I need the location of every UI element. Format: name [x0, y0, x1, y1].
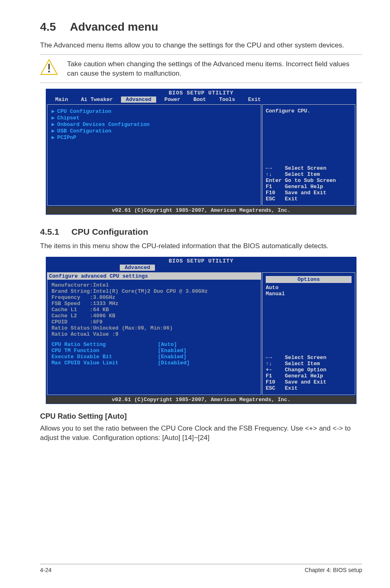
submenu-arrow-icon: ▶: [52, 115, 55, 121]
bios-screenshot-cpu-config: BIOS SETUP UTILITY Advanced Configure ad…: [46, 257, 356, 404]
bios-options-header: Options: [266, 276, 352, 283]
bios-help-line: F10 Save and Exit: [266, 379, 352, 385]
bios-menu-item[interactable]: ▶PCIPnP: [52, 134, 257, 141]
bios-setting-value: [Enabled]: [158, 348, 186, 354]
bios-help-pane: Configure CPU. ←→ Select Screen ↑↓ Selec…: [262, 104, 355, 206]
bios-tab-active[interactable]: Advanced: [120, 265, 155, 271]
svg-rect-1: [48, 64, 50, 70]
subsection-title-text: CPU Configuration: [72, 227, 148, 236]
divider: [40, 83, 362, 83]
bios-help-line: ←→ Select Screen: [266, 165, 352, 171]
bios-setting-key: CPU TM Function: [52, 348, 158, 354]
bios-help-line: ↑↓ Select Item: [266, 361, 352, 367]
section-title-text: Advanced menu: [70, 20, 158, 33]
submenu-arrow-icon: ▶: [52, 128, 55, 134]
bios-help-line: F1 General Help: [266, 184, 352, 190]
bios-setting-value: [Disabled]: [158, 360, 190, 366]
bios-info-line: CPUID :6F9: [52, 319, 257, 325]
bios-help-line: ESC Exit: [266, 196, 352, 202]
option-heading: CPU Ratio Setting [Auto]: [40, 412, 362, 421]
bios-menu-label: USB Configuration: [57, 128, 112, 134]
bios-menu-item[interactable]: ▶USB Configuration: [52, 128, 257, 134]
bios-copyright: v02.61 (C)Copyright 1985-2007, American …: [46, 206, 356, 214]
bios-menu-label: Chipset: [57, 115, 80, 121]
bios-help-line: +- Change Option: [266, 367, 352, 373]
bios-info-line: Ratio Actual Value :9: [52, 331, 257, 337]
caution-note: Take caution when changing the settings …: [40, 58, 362, 79]
bios-tab-active[interactable]: Advanced: [121, 97, 156, 103]
bios-title: BIOS SETUP UTILITY: [46, 89, 356, 97]
bios-panel-title: Configure advanced CPU settings: [47, 273, 261, 280]
caution-icon: [40, 59, 58, 75]
page-number: 4-24: [40, 567, 52, 573]
bios-info-line: Ratio Status:Unlocked (Max:09, Min:06): [52, 325, 257, 331]
bios-menu-pane: ▶CPU Configuration ▶Chipset ▶Onboard Dev…: [47, 104, 261, 206]
section-heading: 4.5Advanced menu: [40, 20, 362, 34]
bios-info-line: Cache L1 :64 KB: [52, 307, 257, 313]
bios-key-legend: ←→ Select Screen ↑↓ Select Item +- Chang…: [266, 355, 352, 391]
bios-setting-value: [Auto]: [158, 341, 177, 348]
bios-menu-label: PCIPnP: [57, 135, 76, 141]
caution-text: Take caution when changing the settings …: [67, 59, 362, 79]
bios-setting-key: CPU Ratio Setting: [52, 341, 158, 348]
option-description: Allows you to set the ratio between the …: [40, 424, 362, 443]
bios-info-line: Frequency :3.00GHz: [52, 294, 257, 301]
bios-tab-bar: Main Ai Tweaker Advanced Power Boot Tool…: [46, 97, 356, 103]
bios-setting-row[interactable]: CPU TM Function[Enabled]: [52, 348, 257, 354]
chapter-label: Chapter 4: BIOS setup: [305, 567, 362, 573]
bios-tab[interactable]: Power: [159, 97, 185, 103]
bios-info-line: Brand String:Intel(R) Core(TM)2 Duo CPU …: [52, 288, 257, 294]
bios-menu-item[interactable]: ▶Onboard Devices Configuration: [52, 121, 257, 128]
subsection-heading: 4.5.1CPU Configuration: [40, 227, 362, 237]
submenu-arrow-icon: ▶: [52, 108, 55, 114]
bios-settings-pane: Configure advanced CPU settings Manufact…: [47, 272, 261, 395]
bios-menu-label: CPU Configuration: [57, 108, 112, 114]
page-footer: 4-24 Chapter 4: BIOS setup: [40, 564, 362, 573]
bios-body: ▶CPU Configuration ▶Chipset ▶Onboard Dev…: [46, 103, 356, 206]
bios-info-line: FSB Speed :1333 MHz: [52, 301, 257, 307]
bios-option[interactable]: Manual: [266, 291, 352, 297]
bios-setting-row[interactable]: Execute Disable Bit[Enabled]: [52, 354, 257, 360]
bios-key-legend: ←→ Select Screen ↑↓ Select Item Enter Go…: [266, 165, 352, 202]
bios-help-line: ESC Exit: [266, 385, 352, 391]
bios-tab[interactable]: Ai Tweaker: [76, 97, 118, 103]
bios-tab[interactable]: Main: [50, 97, 73, 103]
bios-body: Configure advanced CPU settings Manufact…: [46, 272, 356, 396]
bios-help-line: ↑↓ Select Item: [266, 171, 352, 177]
section-number: 4.5: [40, 20, 56, 34]
submenu-arrow-icon: ▶: [52, 121, 55, 128]
bios-menu-item[interactable]: ▶Chipset: [52, 114, 257, 121]
bios-tab[interactable]: Exit: [243, 97, 266, 103]
svg-point-2: [48, 71, 50, 73]
submenu-arrow-icon: ▶: [52, 135, 55, 141]
bios-setting-key: Execute Disable Bit: [52, 354, 158, 360]
bios-title: BIOS SETUP UTILITY: [46, 257, 356, 265]
spacer: [52, 337, 257, 341]
subsection-intro: The items in this menu show the CPU-rela…: [40, 242, 362, 251]
bios-help-line: Enter Go to Sub Screen: [266, 177, 352, 184]
bios-setting-row[interactable]: CPU Ratio Setting[Auto]: [52, 341, 257, 348]
bios-menu-item[interactable]: ▶CPU Configuration: [52, 108, 257, 114]
bios-tab[interactable]: Boot: [188, 97, 211, 103]
bios-copyright: v02.61 (C)Copyright 1985-2007, American …: [46, 396, 356, 404]
bios-tab[interactable]: Tools: [214, 97, 240, 103]
bios-info-line: Manufacturer:Intel: [52, 282, 257, 288]
bios-help-pane: Options Auto Manual ←→ Select Screen ↑↓ …: [262, 272, 355, 395]
intro-paragraph: The Advanced menu items allow you to cha…: [40, 41, 362, 50]
divider: [40, 54, 362, 55]
bios-screenshot-advanced-menu: BIOS SETUP UTILITY Main Ai Tweaker Advan…: [46, 89, 356, 215]
bios-menu-label: Onboard Devices Configuration: [57, 121, 150, 128]
bios-info-line: Cache L2 :4096 KB: [52, 313, 257, 319]
bios-help-description: Configure CPU.: [266, 108, 352, 114]
bios-option[interactable]: Auto: [266, 285, 352, 291]
bios-setting-value: [Enabled]: [158, 354, 186, 360]
bios-setting-row[interactable]: Max CPUID Value Limit[Disabled]: [52, 360, 257, 366]
bios-setting-key: Max CPUID Value Limit: [52, 360, 158, 366]
bios-help-line: F10 Save and Exit: [266, 190, 352, 196]
bios-help-line: ←→ Select Screen: [266, 355, 352, 361]
subsection-number: 4.5.1: [40, 227, 59, 237]
bios-help-line: F1 General Help: [266, 373, 352, 379]
bios-tab-bar: Advanced: [46, 265, 356, 272]
